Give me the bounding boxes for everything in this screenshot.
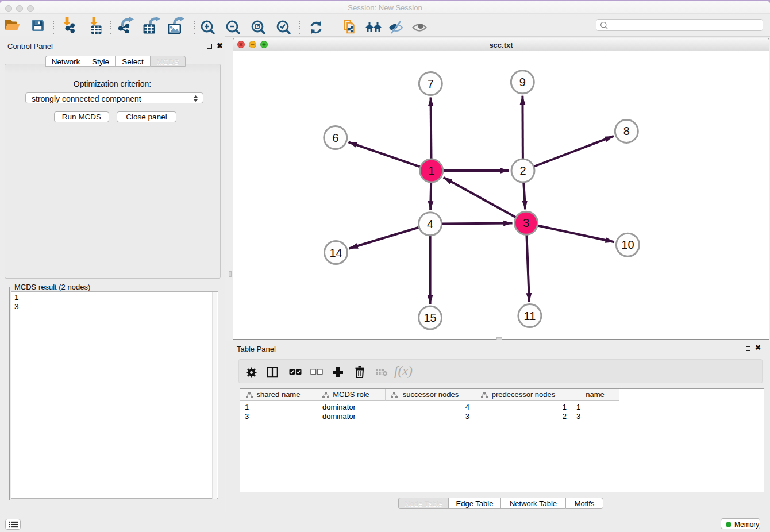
- svg-text:14: 14: [329, 246, 342, 259]
- svg-text:9: 9: [519, 76, 526, 88]
- svg-text:1: 1: [428, 164, 434, 177]
- svg-text:6: 6: [332, 132, 338, 144]
- svg-text:11: 11: [524, 310, 536, 322]
- svg-text:10: 10: [621, 238, 634, 251]
- svg-text:8: 8: [623, 125, 630, 137]
- svg-text:4: 4: [427, 218, 433, 230]
- svg-text:3: 3: [523, 217, 529, 229]
- svg-text:15: 15: [424, 311, 436, 324]
- svg-text:2: 2: [519, 164, 526, 177]
- svg-text:7: 7: [428, 78, 434, 90]
